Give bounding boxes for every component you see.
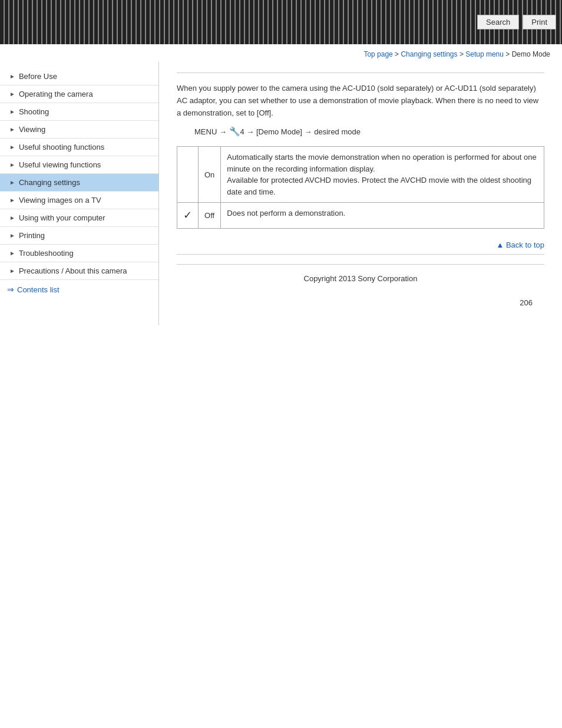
search-button[interactable]: Search	[477, 15, 519, 29]
table-row: On Automatically starts the movie demons…	[177, 147, 544, 203]
table-row: ✓ Off Does not perform a demonstration.	[177, 203, 544, 229]
row-off-icon-cell: ✓	[177, 203, 199, 229]
page-number: 206	[177, 292, 544, 313]
row-on-label: On	[199, 147, 221, 203]
checkmark-icon: ✓	[183, 209, 192, 221]
print-button[interactable]: Print	[523, 15, 556, 29]
sidebar-item-useful-shooting[interactable]: ► Useful shooting functions	[0, 139, 158, 156]
row-off-description: Does not perform a demonstration.	[221, 203, 544, 229]
arrow-icon: ►	[9, 91, 15, 97]
sidebar-label: Operating the camera	[19, 90, 93, 98]
sidebar-item-operating-camera[interactable]: ► Operating the camera	[0, 85, 158, 103]
contents-list-link[interactable]: ⇒ Contents list	[0, 280, 158, 299]
back-to-top-link[interactable]: ▲ Back to top	[496, 241, 544, 249]
demo-table: On Automatically starts the movie demons…	[177, 146, 544, 229]
sidebar-label: Changing settings	[19, 178, 80, 187]
arrow-icon: ►	[9, 179, 15, 186]
sidebar-item-useful-viewing[interactable]: ► Useful viewing functions	[0, 156, 158, 174]
sidebar-label: Useful shooting functions	[19, 143, 104, 151]
sidebar-item-printing[interactable]: ► Printing	[0, 227, 158, 245]
arrow-icon: ►	[9, 250, 15, 256]
sidebar-label: Viewing	[19, 125, 45, 134]
main-layout: ► Before Use ► Operating the camera ► Sh…	[0, 62, 562, 325]
row-on-description: Automatically starts the movie demonstra…	[221, 147, 544, 203]
arrow-icon: ►	[9, 197, 15, 203]
content-area: When you supply power to the camera usin…	[159, 62, 562, 325]
arrow-icon: ►	[9, 144, 15, 150]
header-bar: Search Print	[0, 0, 562, 44]
top-divider	[177, 73, 544, 73]
row-on-icon-cell	[177, 147, 199, 203]
copyright-text: Copyright 2013 Sony Corporation	[304, 274, 418, 283]
breadcrumb-setup-menu[interactable]: Setup menu	[465, 50, 504, 58]
sidebar-label: Before Use	[19, 72, 57, 81]
row-off-label: Off	[199, 203, 221, 229]
sidebar-item-changing-settings[interactable]: ► Changing settings	[0, 174, 158, 192]
sidebar-item-precautions[interactable]: ► Precautions / About this camera	[0, 262, 158, 280]
back-to-top[interactable]: ▲ Back to top	[177, 241, 544, 249]
sidebar-label: Using with your computer	[19, 213, 105, 222]
sidebar-item-using-computer[interactable]: ► Using with your computer	[0, 209, 158, 227]
menu-instruction: MENU → 🔧4 → [Demo Mode] → desired mode	[194, 126, 544, 137]
sidebar-label: Viewing images on a TV	[19, 196, 101, 205]
arrow-icon: ►	[9, 215, 15, 221]
sidebar-item-viewing-tv[interactable]: ► Viewing images on a TV	[0, 192, 158, 209]
sidebar-item-before-use[interactable]: ► Before Use	[0, 68, 158, 85]
sidebar-label: Useful viewing functions	[19, 160, 101, 169]
bottom-divider	[177, 254, 544, 255]
sidebar-item-troubleshooting[interactable]: ► Troubleshooting	[0, 245, 158, 262]
sidebar-item-shooting[interactable]: ► Shooting	[0, 103, 158, 121]
footer: Copyright 2013 Sony Corporation	[177, 264, 544, 292]
arrow-icon: ►	[9, 73, 15, 80]
sidebar-label: Printing	[19, 231, 45, 240]
sidebar-label: Shooting	[19, 107, 49, 116]
sidebar: ► Before Use ► Operating the camera ► Sh…	[0, 62, 159, 325]
intro-text: When you supply power to the camera usin…	[177, 83, 544, 119]
sidebar-label: Troubleshooting	[19, 249, 74, 258]
sidebar-label: Precautions / About this camera	[19, 266, 127, 275]
breadcrumb-top-page[interactable]: Top page	[363, 50, 392, 58]
arrow-icon: ►	[9, 108, 15, 115]
breadcrumb-current: Demo Mode	[512, 50, 550, 58]
contents-list-label: Contents list	[17, 285, 59, 294]
breadcrumb-changing-settings[interactable]: Changing settings	[401, 50, 457, 58]
arrow-icon: ►	[9, 126, 15, 133]
sidebar-item-viewing[interactable]: ► Viewing	[0, 121, 158, 139]
arrow-icon: ►	[9, 162, 15, 168]
contents-list-arrow-icon: ⇒	[7, 285, 14, 294]
arrow-icon: ►	[9, 232, 15, 239]
arrow-icon: ►	[9, 268, 15, 274]
breadcrumb: Top page > Changing settings > Setup men…	[0, 44, 562, 62]
